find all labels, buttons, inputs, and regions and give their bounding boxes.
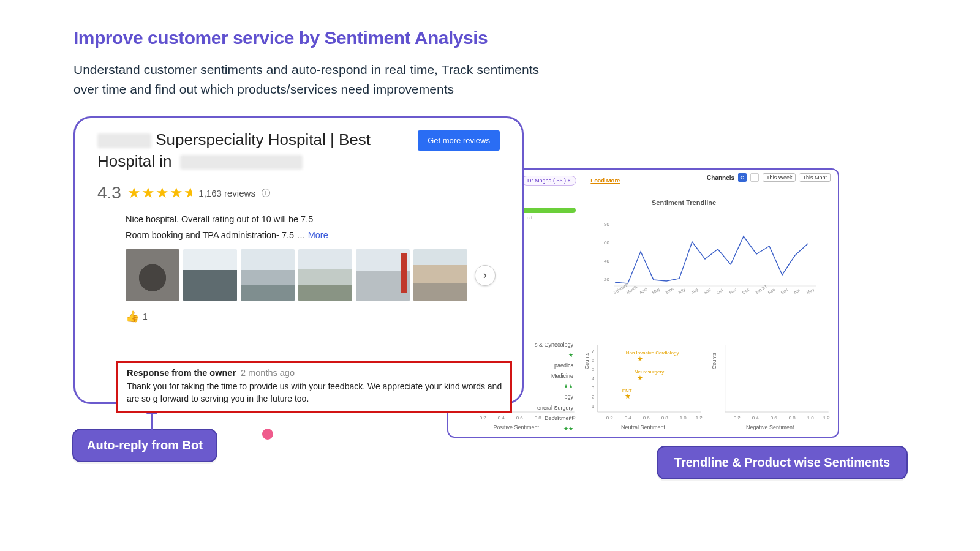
this-month-toggle[interactable]: This Mont bbox=[799, 173, 831, 182]
svg-text:0.8: 0.8 bbox=[788, 415, 796, 421]
rating-value: 4.3 bbox=[97, 183, 121, 203]
svg-text:7: 7 bbox=[592, 348, 595, 354]
svg-text:0.4: 0.4 bbox=[625, 415, 632, 421]
load-more-link[interactable]: Load More bbox=[590, 177, 620, 184]
svg-text:0.8: 0.8 bbox=[535, 415, 542, 421]
svg-text:April: April bbox=[639, 287, 649, 296]
svg-text:Neurosurgery: Neurosurgery bbox=[635, 369, 664, 375]
svg-text:6: 6 bbox=[592, 358, 595, 363]
channel-badge[interactable]: G bbox=[738, 173, 747, 182]
owner-response-from: Response from the owner bbox=[127, 368, 236, 378]
rating-row: 4.3 ★★★★★ 1,163 reviews i bbox=[97, 183, 505, 203]
svg-text:★: ★ bbox=[637, 374, 643, 381]
info-icon[interactable]: i bbox=[262, 189, 270, 197]
owner-response-box: Response from the owner 2 months ago Tha… bbox=[116, 361, 512, 413]
star-icons: ★★★★★ bbox=[127, 184, 192, 201]
svg-text:0.6: 0.6 bbox=[643, 415, 650, 421]
trendline-title: Sentiment Trendline bbox=[652, 199, 716, 206]
svg-text:0.2: 0.2 bbox=[606, 415, 614, 421]
sentiment-trendline-chart: 80 60 40 20 February March April May Jun… bbox=[601, 212, 822, 317]
like-row: 👍 1 bbox=[126, 310, 505, 323]
chart-xlabel: Negative Sentiment bbox=[709, 424, 832, 430]
page-subtitle: Understand customer sentiments and auto-… bbox=[74, 60, 539, 99]
svg-text:4: 4 bbox=[592, 376, 595, 381]
category-bar bbox=[521, 208, 576, 213]
svg-text:1.2: 1.2 bbox=[569, 415, 576, 421]
review-text-line2: Room booking and TPA administration- 7.5… bbox=[126, 227, 505, 243]
owner-response-ago: 2 months ago bbox=[241, 368, 295, 378]
review-text-line2-prefix: Room booking and TPA administration- 7.5… bbox=[126, 230, 308, 240]
review-text-line1: Nice hospital. Overall rating out of 10 … bbox=[126, 211, 505, 227]
get-more-reviews-button[interactable]: Get more reviews bbox=[418, 130, 500, 151]
svg-text:0.2: 0.2 bbox=[480, 415, 487, 421]
chart-xlabel: Positive Sentiment bbox=[454, 424, 578, 430]
svg-text:ENT: ENT bbox=[622, 388, 632, 394]
svg-text:Oct: Oct bbox=[716, 288, 724, 295]
svg-text:Feb: Feb bbox=[767, 287, 776, 295]
svg-text:5: 5 bbox=[592, 367, 595, 372]
filter-row: Dr Mogha ( 56 ) × — Load More bbox=[522, 173, 620, 186]
svg-text:June: June bbox=[665, 286, 675, 295]
callout-auto-reply: Auto-reply from Bot bbox=[72, 429, 217, 462]
svg-text:1.2: 1.2 bbox=[823, 415, 830, 421]
review-body: Nice hospital. Overall rating out of 10 … bbox=[97, 211, 505, 323]
like-count: 1 bbox=[143, 312, 148, 321]
this-week-toggle[interactable]: This Week bbox=[763, 173, 796, 182]
svg-text:Apr: Apr bbox=[793, 287, 802, 295]
photo-thumbnails: › bbox=[126, 249, 505, 301]
thumbs-up-icon[interactable]: 👍 bbox=[126, 310, 139, 323]
redacted-text bbox=[180, 155, 303, 170]
page-title: Improve customer service by Sentiment An… bbox=[74, 28, 488, 48]
photo-thumbnail[interactable] bbox=[241, 249, 295, 301]
svg-text:0.8: 0.8 bbox=[662, 415, 669, 421]
photo-thumbnail[interactable] bbox=[298, 249, 352, 301]
reviews-count: 1,163 reviews bbox=[198, 188, 255, 198]
counts-axis-label: Counts bbox=[584, 353, 590, 369]
svg-text:0.4: 0.4 bbox=[498, 415, 505, 421]
svg-text:July: July bbox=[677, 287, 687, 296]
redacted-text bbox=[97, 133, 151, 148]
neutral-sentiment-chart: Counts 765 4321 0.20.4 0.60.8 1.01.2 ★ ★… bbox=[581, 339, 704, 430]
svg-text:0.6: 0.6 bbox=[516, 415, 524, 421]
svg-text:Dec: Dec bbox=[742, 287, 751, 295]
counts-axis-label: Counts bbox=[711, 353, 717, 369]
chat-bubble-icon bbox=[262, 429, 273, 440]
svg-text:60: 60 bbox=[604, 240, 609, 246]
svg-text:Nov: Nov bbox=[729, 287, 738, 295]
svg-text:Aug: Aug bbox=[690, 287, 699, 296]
svg-text:80: 80 bbox=[604, 222, 609, 227]
svg-text:1.0: 1.0 bbox=[680, 415, 687, 421]
photo-thumbnail[interactable] bbox=[413, 249, 467, 301]
photo-thumbnail[interactable] bbox=[356, 249, 410, 301]
svg-text:★: ★ bbox=[637, 355, 643, 362]
svg-text:Mar: Mar bbox=[780, 287, 789, 295]
channels-label: Channels bbox=[707, 174, 734, 181]
svg-text:0.4: 0.4 bbox=[752, 415, 759, 421]
photo-thumbnail[interactable] bbox=[126, 249, 179, 301]
dashboard-topbar: Channels G This Week This Mont bbox=[707, 173, 831, 182]
svg-text:20: 20 bbox=[604, 277, 609, 282]
owner-response-text: Thank you for taking the time to provide… bbox=[127, 380, 503, 405]
svg-text:3: 3 bbox=[592, 385, 595, 391]
svg-text:40: 40 bbox=[604, 258, 609, 264]
svg-text:1.2: 1.2 bbox=[696, 415, 703, 421]
svg-text:May: May bbox=[652, 287, 662, 295]
owner-response-header: Response from the owner 2 months ago bbox=[127, 368, 503, 378]
svg-text:1.0: 1.0 bbox=[807, 415, 814, 421]
filter-chip[interactable]: Dr Mogha ( 56 ) × bbox=[522, 176, 576, 186]
next-photos-button[interactable]: › bbox=[475, 265, 496, 286]
channel-option[interactable] bbox=[750, 173, 759, 182]
more-link[interactable]: More bbox=[308, 230, 328, 240]
callout-trendline: Trendline & Product wise Sentiments bbox=[657, 446, 908, 479]
svg-text:Jan 23: Jan 23 bbox=[755, 284, 767, 295]
business-title-line2-prefix: Hospital in bbox=[97, 152, 172, 170]
category-bar-label: od bbox=[527, 215, 532, 220]
svg-text:Non Invasive Cardiology: Non Invasive Cardiology bbox=[626, 350, 679, 356]
svg-text:1: 1 bbox=[592, 403, 595, 409]
negative-sentiment-chart: Counts 0.20.4 0.60.8 1.01.2 Negative Sen… bbox=[709, 339, 832, 430]
svg-text:0.6: 0.6 bbox=[770, 415, 777, 421]
photo-thumbnail[interactable] bbox=[183, 249, 237, 301]
svg-text:May: May bbox=[806, 287, 816, 295]
business-title-part: Superspeciality Hospital | Best bbox=[156, 130, 371, 149]
svg-text:0.2: 0.2 bbox=[733, 415, 741, 421]
